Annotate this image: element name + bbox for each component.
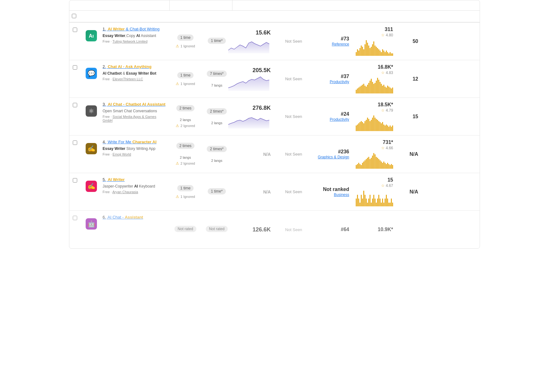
app-name[interactable]: 2. Chat AI - Ask Anything <box>103 64 167 70</box>
row-checkbox[interactable] <box>73 178 77 183</box>
app-name[interactable]: 3. AI Chat - Chatbot AI Assistant <box>103 102 167 107</box>
store-rank-cat[interactable]: Graphics & Design <box>318 155 349 159</box>
bar <box>385 163 386 169</box>
app-cell: 🤖 6. AI Chat - Assistant <box>81 211 170 248</box>
row-number: 1. <box>103 27 106 31</box>
bar <box>385 52 386 56</box>
bar <box>362 85 363 93</box>
bar <box>377 199 378 206</box>
store-rank-cat[interactable]: Reference <box>332 42 349 46</box>
ratings-bars <box>356 151 393 169</box>
bar <box>360 203 360 207</box>
app-info: 4. Write For Me Character AI Essay Write… <box>103 139 167 156</box>
app-price: Free <box>103 40 110 43</box>
warning-icon: ⚠ <box>176 194 179 199</box>
bar <box>358 87 359 93</box>
bar <box>392 87 393 93</box>
bar <box>386 87 387 93</box>
bar <box>356 52 357 56</box>
in-name-cell: 2 times2 langs⚠2 Ignored <box>170 135 201 173</box>
paid-ads-value: Not Seen <box>285 189 302 194</box>
app-developer[interactable]: Aryan Chaurasia <box>112 190 138 194</box>
dpr-cell: N/A <box>396 135 421 173</box>
row-checkbox-cell <box>69 23 81 60</box>
in-name-warning: ⚠2 Ignored <box>176 161 195 166</box>
ratings-stars: ☆ 4.66 <box>381 146 393 150</box>
bar <box>380 50 381 56</box>
select-all-checkbox[interactable] <box>72 14 76 18</box>
ratings-stars: ☆ 4.67 <box>381 183 393 188</box>
app-developer[interactable]: ElevenThirteen LLC <box>113 77 143 81</box>
top-results-header <box>69 0 170 10</box>
store-rank-cat[interactable]: Productivity <box>330 117 349 122</box>
app-price: Free <box>103 152 110 156</box>
svg-text:Aı: Aı <box>89 33 94 39</box>
warning-text: 1 Ignored <box>180 82 195 86</box>
bar <box>385 87 386 93</box>
row-checkbox[interactable] <box>73 28 77 32</box>
bar <box>372 82 373 94</box>
ratings-stars: ☆ 4.80 <box>381 33 393 37</box>
warning-icon: ⚠ <box>176 82 179 86</box>
store-rank-col-header <box>314 13 352 19</box>
star-icon: ☆ <box>381 33 385 37</box>
paid-ads-cell: Not Seen <box>273 173 314 210</box>
bar <box>370 81 370 93</box>
bar <box>358 123 359 131</box>
row-checkbox[interactable] <box>73 103 77 107</box>
bar <box>372 44 373 56</box>
row-checkbox-cell <box>69 98 81 135</box>
row-checkbox[interactable] <box>73 216 77 220</box>
in-name-badge: 1 time <box>177 34 194 41</box>
store-rank-cat[interactable]: Productivity <box>330 80 349 84</box>
subtitle-badge: 7 times* <box>207 71 227 77</box>
bar <box>387 163 388 169</box>
app-developer[interactable]: Tuling Network Limited <box>113 40 147 43</box>
bar <box>362 163 363 169</box>
bar <box>357 49 358 56</box>
app-cell: ✍ 5. AI Writer Jasper-Copywriter AI Keyb… <box>81 173 170 210</box>
bar <box>360 48 360 56</box>
bar <box>365 86 365 93</box>
store-rank-cat[interactable]: Business <box>334 193 349 197</box>
ratings-cell: 10.9K* <box>352 211 396 248</box>
bar <box>377 78 378 93</box>
row-checkbox-cell <box>69 60 81 98</box>
app-name[interactable]: 1. AI Writer & Chat-Bot Writing <box>103 26 167 32</box>
app-cell: 💬 2. Chat AI - Ask Anything AI Chatbot &… <box>81 60 170 98</box>
ratings-count: 18.5K* <box>378 102 393 108</box>
dpr-value: 15 <box>413 114 418 119</box>
paid-ads-cell: Not Seen <box>273 98 314 135</box>
bar <box>383 124 384 131</box>
row-number: 4. <box>103 140 106 144</box>
bar <box>377 48 378 56</box>
bar <box>356 199 357 206</box>
app-developer[interactable]: Social Media Apps & Games GmbH <box>103 115 156 122</box>
row-number: 6. <box>103 215 106 220</box>
table-row: ⚛ 3. AI Chat - Chatbot AI Assistant Open… <box>69 98 480 135</box>
paid-ads-value: Not Seen <box>285 77 302 81</box>
bar <box>373 41 374 56</box>
bar <box>367 118 368 131</box>
app-name[interactable]: 4. Write For Me Character AI <box>103 139 167 145</box>
dpr-value: 12 <box>413 76 418 82</box>
row-checkbox[interactable] <box>73 140 77 145</box>
downloads-value: 276.8K <box>253 105 271 111</box>
app-developer[interactable]: Emoji World <box>113 152 131 156</box>
app-name[interactable]: 6. AI Chat - Assistant <box>103 215 167 220</box>
app-meta: Free · Social Media Apps & Games GmbH <box>103 115 167 122</box>
subtitle-cell: 1 time* <box>201 173 232 210</box>
bar <box>373 153 374 169</box>
in-name-badge: 1 time <box>177 72 194 78</box>
dpr-cell: N/A <box>396 173 421 210</box>
app-subtitle: Jasper-Copywriter AI Keyboard <box>103 184 167 189</box>
bar <box>368 119 369 131</box>
bar <box>387 199 388 206</box>
app-name-suffix: & Chat-Bot Writing <box>125 27 159 31</box>
app-icon: ✍ <box>83 140 99 157</box>
bar <box>368 199 369 206</box>
bar <box>370 159 370 169</box>
store-rank-cell: #236Graphics & Design <box>314 135 352 173</box>
row-checkbox[interactable] <box>73 65 77 70</box>
app-name[interactable]: 5. AI Writer <box>103 177 167 183</box>
